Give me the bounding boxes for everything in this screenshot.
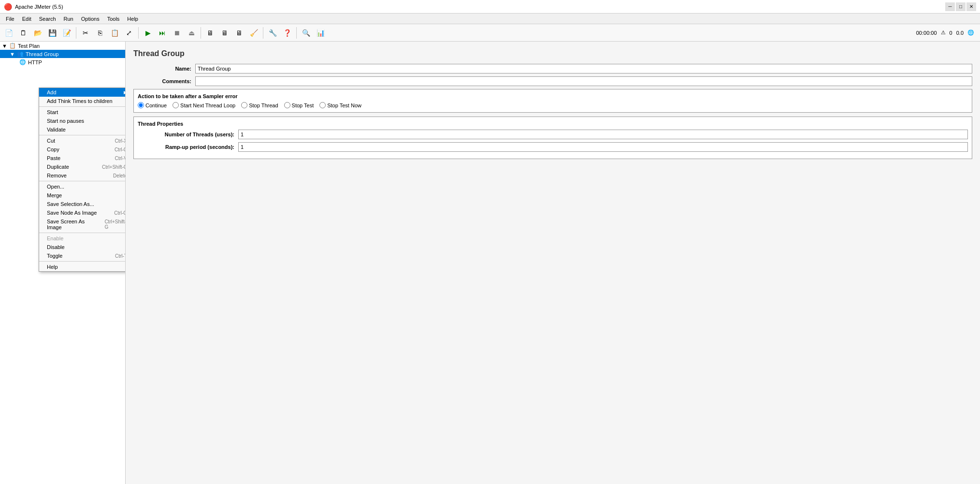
menu-bar: File Edit Search Run Options Tools Help (0, 14, 980, 24)
new-button[interactable]: 📄 (2, 26, 15, 40)
toolbar-sep-5 (296, 27, 297, 39)
ctx-open[interactable]: Open... (39, 182, 126, 191)
tree-item-http-request[interactable]: 🌐 HTTP (0, 58, 125, 66)
ramp-row: Ramp-up period (seconds): (138, 142, 968, 152)
ctx-save-selection[interactable]: Save Selection As... (39, 200, 126, 208)
menu-run[interactable]: Run (60, 14, 77, 24)
ctx-sep-3 (39, 181, 126, 181)
search-button[interactable]: 🔍 (299, 26, 313, 40)
tree-item-thread-group[interactable]: ▼ 👥 Thread Group (0, 50, 125, 58)
collapse-button[interactable]: 📊 (314, 26, 327, 40)
menu-help[interactable]: Help (123, 14, 142, 24)
action-stop-test-now[interactable]: Stop Test Now (319, 102, 361, 108)
action-continue[interactable]: Continue (138, 102, 167, 108)
ctx-toggle[interactable]: Toggle Ctrl-T (39, 251, 126, 260)
name-input[interactable] (195, 64, 972, 73)
threads-input[interactable] (238, 130, 968, 139)
menu-edit[interactable]: Edit (18, 14, 35, 24)
ctx-copy[interactable]: Copy Ctrl-C (39, 145, 126, 154)
remote-exit-button[interactable]: 🖥 (232, 26, 246, 40)
tree-icon-test-plan: 📋 (9, 43, 16, 49)
action-radio-group: Continue Start Next Thread Loop Stop Thr… (138, 102, 968, 108)
ctx-duplicate[interactable]: Duplicate Ctrl+Shift-C (39, 162, 126, 171)
ctx-save-screen-image[interactable]: Save Screen As Image Ctrl+Shift-G (39, 217, 126, 232)
remote-start-button[interactable]: 🖥 (203, 26, 217, 40)
error-count: 0 (950, 30, 952, 36)
ctx-sep-2 (39, 135, 126, 135)
ctx-enable: Enable (39, 234, 126, 243)
stop-button[interactable]: ⏹ (170, 26, 184, 40)
tree-label-test-plan: Test Plan (18, 43, 40, 49)
expand-icon: ▼ (2, 43, 7, 49)
maximize-button[interactable]: □ (956, 2, 966, 11)
thread-props-section: Thread Properties Number of Threads (use… (133, 117, 972, 159)
close-button[interactable]: ✕ (966, 2, 976, 11)
name-row: Name: (133, 64, 972, 73)
start-no-pause-button[interactable]: ⏭ (156, 26, 169, 40)
dot-separator: 0.0 (956, 30, 964, 36)
start-button[interactable]: ▶ (141, 26, 155, 40)
threads-label: Number of Threads (users): (138, 132, 234, 137)
ctx-sep-1 (39, 106, 126, 107)
ctx-merge[interactable]: Merge (39, 191, 126, 200)
warning-icon: ⚠ (941, 29, 946, 36)
clear-button[interactable]: 🧹 (247, 26, 260, 40)
ctx-add[interactable]: Add ▶ (39, 88, 126, 97)
ctx-paste[interactable]: Paste Ctrl-V (39, 154, 126, 162)
comments-input[interactable] (195, 76, 972, 86)
help-button[interactable]: ❓ (280, 26, 294, 40)
menu-options[interactable]: Options (77, 14, 103, 24)
ctx-start[interactable]: Start (39, 108, 126, 117)
ctx-validate[interactable]: Validate (39, 125, 126, 134)
title-bar: 🔴 Apache JMeter (5.5) ─ □ ✕ (0, 0, 980, 14)
threads-row: Number of Threads (users): (138, 130, 968, 139)
timer-display: 00:00:00 (916, 30, 937, 36)
action-section-title: Action to be taken after a Sampler error (138, 93, 968, 99)
toolbar-sep-2 (138, 27, 139, 39)
tree-label-thread-group: Thread Group (26, 51, 58, 57)
copy-button[interactable]: ⎘ (93, 26, 107, 40)
open-button[interactable]: 📂 (31, 26, 44, 40)
expand-icon-tg: ▼ (10, 51, 15, 57)
ctx-help[interactable]: Help (39, 263, 126, 271)
ctx-add-think-times[interactable]: Add Think Times to children (39, 97, 126, 105)
tree-icon-http: 🌐 (19, 59, 26, 65)
menu-tools[interactable]: Tools (103, 14, 124, 24)
toolbar-right: 00:00:00 ⚠ 0 0.0 🌐 (916, 29, 978, 36)
ramp-label: Ramp-up period (seconds): (138, 144, 234, 150)
templates-button[interactable]: 🗒 (16, 26, 30, 40)
menu-search[interactable]: Search (35, 14, 60, 24)
toolbar-sep-3 (201, 27, 201, 39)
tree-icon-thread-group: 👥 (17, 51, 24, 57)
globe-icon: 🌐 (967, 29, 974, 36)
ctx-save-node-image[interactable]: Save Node As Image Ctrl-G (39, 208, 126, 217)
window-controls: ─ □ ✕ (945, 2, 976, 11)
minimize-button[interactable]: ─ (945, 2, 955, 11)
paste-button[interactable]: 📋 (108, 26, 121, 40)
panel-title: Thread Group (133, 49, 972, 58)
menu-file[interactable]: File (2, 14, 18, 24)
ctx-remove[interactable]: Remove Delete (39, 171, 126, 180)
cut-button[interactable]: ✂ (79, 26, 92, 40)
ctx-cut[interactable]: Cut Ctrl-X (39, 136, 126, 145)
remote-stop-button[interactable]: 🖥 (218, 26, 231, 40)
action-stop-thread[interactable]: Stop Thread (241, 102, 278, 108)
comments-label: Comments: (133, 78, 191, 84)
action-start-next[interactable]: Start Next Thread Loop (173, 102, 235, 108)
save-button[interactable]: 💾 (45, 26, 59, 40)
save-as-button[interactable]: 📝 (60, 26, 73, 40)
action-section: Action to be taken after a Sampler error… (133, 89, 972, 113)
ctx-sep-5 (39, 261, 126, 262)
thread-props-title: Thread Properties (138, 121, 968, 127)
action-stop-test[interactable]: Stop Test (284, 102, 314, 108)
ctx-disable[interactable]: Disable (39, 243, 126, 251)
tree-item-test-plan[interactable]: ▼ 📋 Test Plan (0, 42, 125, 50)
toolbar-sep-4 (263, 27, 263, 39)
expand-button[interactable]: ⤢ (122, 26, 136, 40)
ramp-input[interactable] (238, 142, 968, 152)
tree-label-http: HTTP (28, 59, 42, 65)
shutdown-button[interactable]: ⏏ (185, 26, 198, 40)
function-helper-button[interactable]: 🔧 (266, 26, 279, 40)
ctx-start-no-pauses[interactable]: Start no pauses (39, 117, 126, 125)
comments-row: Comments: (133, 76, 972, 86)
